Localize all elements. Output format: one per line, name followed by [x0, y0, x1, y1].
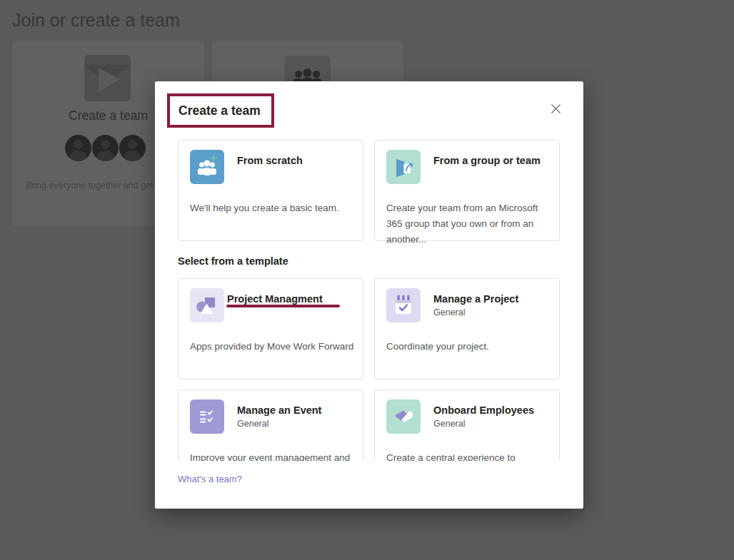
template-description: Apps provided by Move Work Forward [190, 339, 354, 355]
option-title: From a group or team [433, 155, 541, 166]
avatar-group [65, 135, 146, 161]
template-section-heading: Select from a template [178, 255, 288, 267]
whats-a-team-link[interactable]: What's a team? [178, 474, 242, 484]
template-subtitle: General [433, 307, 465, 317]
checklist-icon [190, 399, 224, 434]
handshake-icon [386, 399, 421, 434]
door-arrow-icon [386, 150, 421, 184]
template-description: Improve your event management and [190, 450, 354, 461]
dialog-footer: What's a team? [155, 461, 583, 509]
template-title: Project Managment [227, 293, 323, 305]
option-description: We'll help you create a basic team. [190, 200, 354, 216]
option-title: From scratch [237, 155, 303, 166]
calendar-check-icon [386, 288, 421, 322]
option-from-scratch[interactable]: From scratch We'll help you create a bas… [178, 140, 363, 241]
template-title: Manage a Project [433, 293, 518, 305]
template-description: Create a central experience to onboard [386, 450, 550, 461]
template-description: Coordinate your project. [386, 339, 550, 355]
background-card-description: Bring everyone together and get t [26, 180, 159, 190]
avatar [119, 135, 146, 161]
avatar [92, 135, 119, 161]
option-from-group-or-team[interactable]: From a group or team Create your team fr… [374, 140, 560, 241]
dialog-body: From scratch We'll help you create a bas… [155, 131, 583, 461]
avatar [65, 135, 91, 161]
template-onboard-employees[interactable]: Onboard Employees General Create a centr… [374, 390, 560, 461]
create-team-illustration-icon [84, 55, 131, 101]
template-project-managment[interactable]: Project Managment Apps provided by Move … [178, 278, 363, 380]
template-manage-a-project[interactable]: Manage a Project General Coordinate your… [374, 278, 560, 380]
template-title: Onboard Employees [433, 404, 534, 416]
template-manage-an-event[interactable]: Manage an Event General Improve your eve… [178, 390, 363, 461]
template-title: Manage an Event [237, 404, 321, 416]
page: Join or create a team Create a team Brin… [0, 0, 734, 560]
create-team-dialog: Create a team From scr [155, 81, 583, 509]
people-plus-icon [190, 150, 224, 184]
shapes-icon [190, 288, 224, 322]
template-subtitle: General [237, 419, 268, 429]
close-icon[interactable] [547, 100, 564, 117]
template-subtitle: General [433, 419, 465, 429]
option-description: Create your team from an Microsoft 365 g… [386, 200, 550, 248]
page-title: Join or create a team [12, 10, 180, 31]
dialog-title: Create a team [179, 103, 261, 118]
